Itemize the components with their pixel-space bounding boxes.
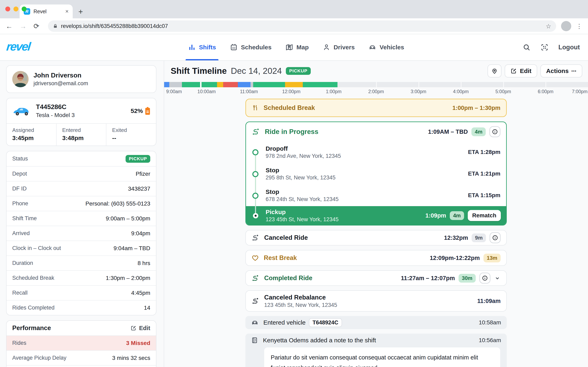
vehicle-times: Assigned 3:45pm Entered 3:48pm Exited -- [7, 123, 156, 146]
performance-header: Performance Edit [7, 321, 156, 335]
tab-close-icon[interactable]: × [65, 8, 69, 15]
edit-pencil-icon [510, 68, 517, 74]
edit-button-label: Edit [520, 67, 531, 75]
stops-rail [255, 152, 256, 216]
vehicle-time-assigned: Assigned 3:45pm [7, 124, 56, 146]
detail-row-recall: Recall4:45pm [7, 285, 156, 300]
info-icon [492, 235, 498, 241]
minimize-window-button[interactable] [13, 7, 18, 11]
pickup-status-badge: PICKUP [286, 67, 311, 75]
battery-percent: 52% [131, 108, 143, 114]
vehicle-battery: 52% [131, 107, 150, 115]
nav-item-map[interactable]: Map [285, 34, 309, 60]
reload-icon[interactable]: ⟳ [34, 23, 39, 30]
chevron-down-icon[interactable] [494, 275, 501, 281]
search-icon[interactable] [522, 43, 531, 51]
qr-scan-icon[interactable] [540, 43, 549, 51]
detail-row-status: Status PICKUP [7, 151, 156, 166]
timeline-bar[interactable] [164, 82, 588, 87]
actions-button[interactable]: Actions ••• [540, 64, 582, 77]
route-icon [251, 234, 259, 242]
back-icon[interactable]: ← [6, 23, 13, 30]
fork-knife-icon [252, 104, 259, 111]
new-tab-button[interactable]: + [78, 8, 83, 16]
performance-row-rides: Rides3 Missed [7, 335, 156, 350]
rematch-button[interactable]: Rematch [468, 210, 501, 221]
event-time: 11:27am – 12:07pm [401, 275, 455, 282]
event-time: 10:58am [479, 319, 501, 326]
timeline-ticks: 9:00am10:00am11:00am12:00pm1:00pm2:00pm3… [164, 89, 588, 97]
event-right: 12:09pm-12:22pm 13m [430, 254, 501, 262]
event-right: 12:32pm 9m [444, 232, 501, 243]
event-text: Canceled Rebalance 123 45th St, New York… [264, 294, 337, 308]
location-button[interactable] [488, 64, 502, 77]
browser-menu-icon[interactable]: ⋮ [576, 23, 582, 30]
info-button[interactable] [489, 126, 501, 137]
info-button[interactable] [479, 273, 490, 284]
performance-edit-button[interactable]: Edit [130, 325, 150, 332]
nav-item-schedules[interactable]: Schedules [230, 34, 272, 60]
event-completed-ride[interactable]: Completed Ride 11:27am – 12:07pm 30m [245, 270, 507, 286]
event-time: 12:09pm-12:22pm [430, 255, 480, 261]
event-canceled-rebalance[interactable]: Canceled Rebalance 123 45th St, New York… [245, 290, 507, 312]
event-title: Rest Break [264, 254, 297, 262]
stop-eta: ETA 1:28pm [468, 149, 501, 155]
url-bar[interactable]: revelops.io/shift/635455288b8b390014dc07… [48, 20, 556, 32]
detail-row-scheduled-break: Scheduled Break1:30pm – 2:00pm [7, 270, 156, 285]
revel-logo[interactable]: revel [6, 40, 31, 53]
app-navbar: revel Shifts Schedules Map [0, 34, 588, 61]
person-icon [323, 43, 330, 51]
ride-header-right: 1:09AM – TBD 4m [428, 126, 501, 137]
vehicle-time-exited: Exited -- [106, 124, 156, 146]
timeline-tick: 3:00pm [411, 89, 426, 94]
info-button[interactable] [490, 232, 501, 243]
nav-item-label: Vehicles [380, 44, 404, 51]
shift-date: Dec 14, 2024 [231, 66, 282, 76]
browser-tab[interactable]: R Revel × [20, 4, 73, 18]
url-text: revelops.io/shift/635455288b8b390014dc07 [61, 23, 546, 29]
nav-item-vehicles[interactable]: Vehicles [369, 34, 404, 60]
vehicle-model: Tesla - Model 3 [36, 112, 75, 118]
event-scheduled-break[interactable]: Scheduled Break 1:00pm – 1:30pm [245, 99, 507, 117]
event-rest-break[interactable]: Rest Break 12:09pm-12:22pm 13m [245, 250, 507, 266]
timeline-tick: 5:00pm [495, 89, 511, 94]
edit-button[interactable]: Edit [505, 64, 537, 77]
nav-item-drivers[interactable]: Drivers [323, 34, 355, 60]
event-time: 12:32pm [444, 234, 468, 241]
vehicle-id: T445286C [36, 103, 75, 111]
event-address: 123 45th St, New York, 12345 [264, 302, 337, 308]
location-pin-icon [491, 68, 498, 74]
duration-badge: 30m [458, 274, 476, 283]
page-title: Shift Timeline [171, 66, 227, 76]
browser-profile-avatar[interactable] [561, 21, 571, 31]
info-icon [492, 129, 498, 135]
pickup-marker [253, 213, 258, 218]
event-entered-vehicle[interactable]: Entered vehicle T648924C 10:58am [245, 316, 507, 329]
event-time: 11:09am [477, 298, 501, 304]
timeline-tick: 10:00am [198, 89, 216, 94]
event-ride-in-progress[interactable]: Ride in Progress 1:09AM – TBD 4m [245, 122, 507, 225]
performance-title: Performance [12, 324, 51, 332]
event-canceled-ride[interactable]: Canceled Ride 12:32pm 9m [245, 230, 507, 245]
driver-name: John Driverson [34, 72, 88, 79]
nav-item-label: Shifts [199, 44, 216, 51]
page-body: John Driverson jdriverson@email.com T445… [0, 61, 588, 367]
maximize-window-button[interactable] [22, 7, 26, 11]
note-header: Kenyetta Odems added a note to the shift… [251, 337, 501, 344]
forward-icon[interactable]: → [20, 23, 26, 30]
vehicle-image [12, 105, 31, 117]
bookmark-star-icon[interactable]: ☆ [546, 23, 551, 30]
car-icon [251, 319, 259, 326]
performance-row-average-rating: Average Rating3.42 [7, 365, 156, 367]
performance-row-pickup-delay: Average Pickup Delay3 mins 32 secs [7, 350, 156, 365]
duration-badge: 9m [472, 234, 486, 242]
event-title: Scheduled Break [264, 104, 315, 111]
logout-button[interactable]: Logout [558, 44, 580, 51]
close-window-button[interactable] [5, 7, 10, 11]
nav-item-shifts[interactable]: Shifts [188, 34, 216, 60]
note-document-icon [251, 337, 258, 344]
driver-avatar [12, 71, 29, 87]
calendar-icon [230, 43, 238, 51]
route-icon [252, 128, 260, 136]
event-shift-note[interactable]: Kenyetta Odems added a note to the shift… [245, 334, 507, 367]
